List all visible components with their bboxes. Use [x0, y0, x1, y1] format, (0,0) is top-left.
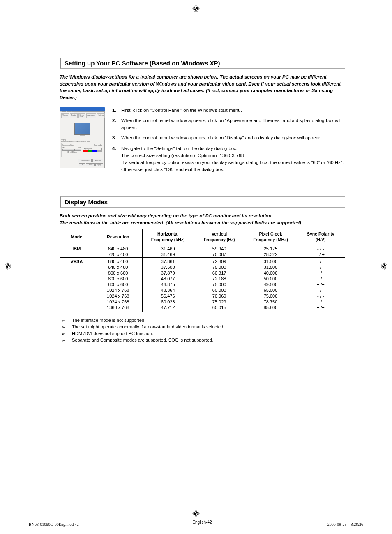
note-arrow-icon: ➢: [60, 318, 72, 324]
note-arrow-icon: ➢: [60, 331, 72, 337]
col-sync: Sync Polarity(H/V): [296, 229, 345, 245]
registration-mark-top: [192, 5, 200, 14]
print-footer: BN68-01090G-00Eng.indd 42 2006-08-25 8:2…: [29, 522, 363, 527]
setup-step: 3.When the control panel window appears,…: [112, 134, 345, 141]
note-item: ➢HDMI/DVI does not support PC function.: [60, 331, 345, 337]
footer-time: 8:28:26: [350, 522, 363, 527]
display-modes-notes: ➢The interface mode is not supported.➢Th…: [60, 318, 345, 343]
col-vfreq: Vertical Frequency (Hz): [194, 229, 245, 245]
table-row: 800 x 60037.87960.31740.000+ /+: [60, 270, 345, 276]
col-mode: Mode: [60, 229, 94, 245]
registration-mark-right: [380, 262, 388, 272]
table-row: 1024 x 76848.36460.00065.000- / -: [60, 287, 345, 293]
table-row: 1024 x 76856.47670.06975.000- / -: [60, 293, 345, 299]
display-modes-table: Mode Resolution Horizontal Frequency (kH…: [60, 229, 345, 312]
table-row: 800 x 60048.07772.18850.000+ /+: [60, 276, 345, 282]
setup-step: 1.First, click on "Control Panel" on the…: [112, 107, 345, 114]
table-row: VESA640 x 48037.86172.80931.500- / -: [60, 258, 345, 265]
table-row: 1360 x 76847.71260.01585.800+ /+: [60, 305, 345, 312]
section-heading-display-modes: Display Modes: [60, 196, 345, 208]
table-row: 720 x 40031.46970.08728.322- / +: [60, 252, 345, 258]
display-properties-dialog-illustration: Display Properties Themes Desktop Screen…: [60, 107, 105, 160]
display-modes-intro: Both screen position and size will vary …: [60, 213, 345, 227]
setup-steps-list: 1.First, click on "Control Panel" on the…: [112, 107, 345, 177]
table-row: 800 x 60046.87575.00049.500+ /+: [60, 282, 345, 287]
setup-step: 4.Navigate to the "Settings" tab on the …: [112, 145, 345, 173]
note-item: ➢Separate and Composite modes are suppor…: [60, 338, 345, 343]
crop-mark: [37, 12, 43, 18]
setup-step: 2.When the control panel window appears,…: [112, 117, 345, 132]
section-heading-setup: Setting up Your PC Software (Based on Wi…: [60, 58, 345, 69]
table-row: IBM640 x 48031.46959.94025.175- / -: [60, 245, 345, 252]
footer-date: 2006-08-25: [327, 522, 347, 527]
note-arrow-icon: ➢: [60, 324, 72, 330]
note-item: ➢The interface mode is not supported.: [60, 318, 345, 324]
col-pclk: Pixel Clock Frequency (MHz): [245, 229, 296, 245]
setup-intro-text: The Windows display-settings for a typic…: [60, 74, 345, 101]
table-row: 1024 x 76860.02375.02978.750+ /+: [60, 299, 345, 305]
col-hfreq: Horizontal Frequency (kHz): [142, 229, 194, 245]
crop-mark: [357, 12, 363, 18]
footer-file: BN68-01090G-00Eng.indd 42: [29, 522, 79, 527]
note-item: ➢The set might operate abnormally if a n…: [60, 324, 345, 330]
registration-mark-bottom: [192, 510, 200, 519]
registration-mark-left: [4, 262, 12, 272]
table-row: 640 x 48037.50075.00031.500- / -: [60, 264, 345, 270]
note-arrow-icon: ➢: [60, 338, 72, 343]
col-resolution: Resolution: [94, 229, 142, 245]
